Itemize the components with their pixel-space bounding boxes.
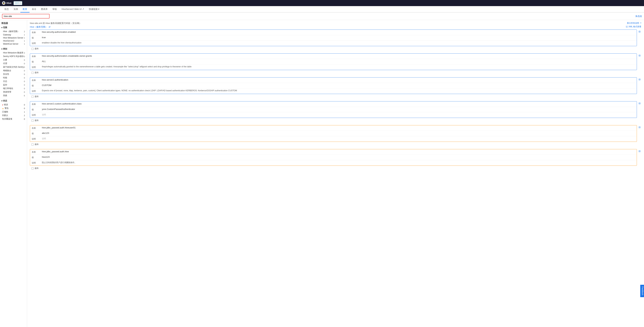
tab-charts[interactable]: 图表库 — [39, 6, 50, 12]
sidebar-item-warning[interactable]: ▲ 警告 0 — [1, 106, 26, 110]
collapse-btn-6[interactable]: ⊟ — [638, 149, 641, 153]
warning-icon: ▲ — [2, 107, 4, 110]
config-final-row-4: 最终 — [30, 118, 641, 122]
sidebar-item-sentry-hdfs[interactable]: Sentry HDFS 同步缓存 0 — [1, 54, 26, 58]
sidebar-item-advanced[interactable]: 高级 6 — [1, 94, 26, 97]
sidebar-item-monitor[interactable]: 监控 0 — [1, 83, 26, 87]
collapse-btn-4[interactable]: ⊟ — [638, 101, 641, 105]
config-name-2: hive.security.authorization.createtable.… — [42, 54, 635, 57]
final-checkbox-4[interactable] — [32, 120, 34, 122]
show-all-link[interactable]: 显示所有说明 — [627, 22, 639, 24]
sidebar-item-security[interactable]: 安全性 0 — [1, 72, 26, 76]
search-input[interactable] — [2, 14, 50, 18]
config-block-3: 名称 hive.server2.authentication 值 CUSTOM … — [30, 77, 641, 98]
config-desc-placeholder-4: 说明 — [42, 113, 46, 116]
config-row-desc-2: 说明 theprivileges automatically granted t… — [30, 64, 637, 70]
final-checkbox-5[interactable] — [32, 144, 34, 146]
tab-commands[interactable]: 命令 — [30, 6, 39, 12]
sidebar-item-hiveserver2[interactable]: HiveServer2 1 — [1, 39, 26, 42]
config-row-desc-6: 说明 阻止没有权限的用户进行表删除操作。 — [30, 160, 637, 166]
main-layout: 筛选器 ▾ 范围 Hive（服务范围） 2 Gateway 1 Hive Met… — [0, 20, 644, 327]
content-area: hive-site.xml 的 Hive 服务高级配置代码段（安全阀） Hive… — [27, 20, 644, 327]
config-final-row-6: 最终 — [30, 166, 641, 170]
top-bar: 🐝 Hive 操作 ▾ — [0, 0, 644, 6]
sidebar-item-gateway[interactable]: Gateway 1 — [1, 33, 26, 36]
sidebar-item-error[interactable]: ● 错误 0 — [1, 103, 26, 106]
collapse-btn-2[interactable]: ⊟ — [638, 54, 641, 58]
config-entry-6: 名称 hive.jdbc_passwd.auth.hive 值 hive123 … — [30, 149, 641, 166]
tab-status[interactable]: 状态 — [2, 6, 11, 12]
svg-text:🐝: 🐝 — [3, 2, 5, 4]
config-block-1: 名称 hive.security.authorization.enabled 值… — [30, 30, 641, 51]
final-checkbox-3[interactable] — [32, 96, 34, 98]
help-icon[interactable]: ? — [640, 22, 641, 24]
config-row-desc-5: 说明 说明 — [30, 136, 637, 142]
sidebar-section-status: ▾ 状态 ● 错误 0 ▲ 警告 0 已编辑 1 非默认 2 包含覆 — [1, 100, 26, 121]
config-entry-5-box: 名称 hive.jdbc_passwd.auth.hiveuser01 值 ab… — [30, 125, 637, 142]
collapse-btn-5[interactable]: ⊟ — [638, 125, 641, 129]
sidebar-item-stack[interactable]: 堆栈集合 0 — [1, 69, 26, 72]
sidebar-status-header[interactable]: ▾ 状态 — [1, 100, 26, 102]
config-name-4: hive.server2.custom.authentication.class — [42, 102, 635, 105]
config-row-value-3: 值 CUSTOM — [30, 83, 637, 88]
config-entry-5: 名称 hive.jdbc_passwd.auth.hiveuser01 值 ab… — [30, 125, 641, 142]
config-block-2: 名称 hive.security.authorization.createtab… — [30, 54, 641, 75]
sidebar-item-metastore[interactable]: Hive Metastore Server 1 — [1, 36, 26, 39]
feedback-tab[interactable]: Feedback — [640, 285, 644, 297]
tab-instances[interactable]: 实例 — [11, 6, 20, 12]
config-desc-2: theprivileges automatically granted to t… — [42, 66, 635, 68]
tab-quicklinks[interactable]: 快速链接 ▾ — [86, 6, 102, 12]
sidebar-category-header[interactable]: ▾ 类别 — [1, 48, 26, 50]
config-value-6: hive123 — [42, 156, 635, 158]
config-value-3: CUSTOM — [42, 84, 635, 86]
sidebar-item-performance[interactable]: 性能 0 — [1, 76, 26, 80]
role-group-link[interactable]: 角色组 — [635, 15, 642, 18]
tab-hiveserver2[interactable]: HiveServer2 Web UI ↗ — [59, 6, 86, 12]
config-value-4: yore.CustomPasswdAuthenticator — [42, 108, 635, 110]
sidebar-item-policy-sentry[interactable]: 基于政策文件的 Sentry 0 — [1, 65, 26, 69]
config-block-4: 名称 hive.server2.custom.authentication.cl… — [30, 101, 641, 122]
chevron-down-icon: ▾ — [1, 100, 2, 102]
config-entry-6-box: 名称 hive.jdbc_passwd.auth.hive 值 hive123 … — [30, 149, 637, 166]
sidebar-item-webhcat[interactable]: WebHCat Server 1 — [1, 42, 26, 46]
sidebar-item-metastore-db[interactable]: Hive Metastore 数据库 0 — [1, 51, 26, 54]
logo-text: Hive — [6, 2, 12, 4]
collapse-btn-3[interactable]: ⊟ — [638, 77, 641, 82]
sidebar-title: 筛选器 — [1, 22, 26, 25]
collapse-btn-1[interactable]: ⊟ — [638, 30, 641, 34]
final-checkbox-1[interactable] — [32, 48, 34, 50]
config-row-value-5: 值 abc123 — [30, 131, 637, 136]
config-row-name-5: 名称 hive.jdbc_passwd.auth.hiveuser01 — [30, 125, 637, 131]
tab-config[interactable]: 配置 — [20, 6, 30, 12]
sidebar-item-hive-service[interactable]: Hive（服务范围） 2 — [1, 30, 26, 33]
sidebar-item-nondefault[interactable]: 非默认 2 — [1, 114, 26, 117]
sidebar-item-main[interactable]: 主要 0 — [1, 58, 26, 62]
config-name-1: hive.security.authorization.enabled — [42, 31, 635, 33]
sidebar-section-category: ▾ 类别 Hive Metastore 数据库 0 Sentry HDFS 同步… — [1, 48, 26, 97]
refresh-icon[interactable]: ↺ — [48, 26, 50, 28]
config-name-5: hive.jdbc_passwd.auth.hiveuser01 — [42, 126, 635, 129]
xml-view-link[interactable]: 以 XML 格式查看 — [626, 25, 641, 28]
tab-audit[interactable]: 审核 — [50, 6, 59, 12]
sidebar-item-ports[interactable]: 端口和地址 0 — [1, 87, 26, 90]
sidebar-item-edited[interactable]: 已编辑 1 — [1, 110, 26, 114]
sidebar-item-override[interactable]: 包含覆盖项 0 — [1, 117, 26, 121]
error-icon: ● — [2, 104, 3, 106]
sidebar-item-proxy[interactable]: 代理 0 — [1, 62, 26, 65]
config-entry-3-box: 名称 hive.server2.authentication 值 CUSTOM … — [30, 77, 637, 94]
sidebar-item-resource[interactable]: 资源管理 0 — [1, 90, 26, 94]
scope-badge[interactable]: Hive（服务范围） — [30, 26, 48, 28]
action-button[interactable]: 操作 ▾ — [14, 1, 22, 5]
config-desc-1: enableor disable the hive clientauthoriz… — [42, 42, 635, 44]
config-block-6: 名称 hive.jdbc_passwd.auth.hive 值 hive123 … — [30, 149, 641, 170]
logo-icon: 🐝 — [2, 1, 6, 5]
sidebar-scope-header[interactable]: ▾ 范围 — [1, 26, 26, 29]
config-value-2: ALL — [42, 60, 635, 62]
final-checkbox-6[interactable] — [32, 168, 34, 170]
sidebar-item-log[interactable]: 日志 0 — [1, 80, 26, 83]
config-row-desc-4: 说明 说明 — [30, 112, 637, 118]
final-checkbox-2[interactable] — [32, 72, 34, 74]
config-row-name-2: 名称 hive.security.authorization.createtab… — [30, 54, 637, 59]
config-row-name-3: 名称 hive.server2.authentication — [30, 78, 637, 83]
config-final-row-1: 最终 — [30, 47, 641, 51]
